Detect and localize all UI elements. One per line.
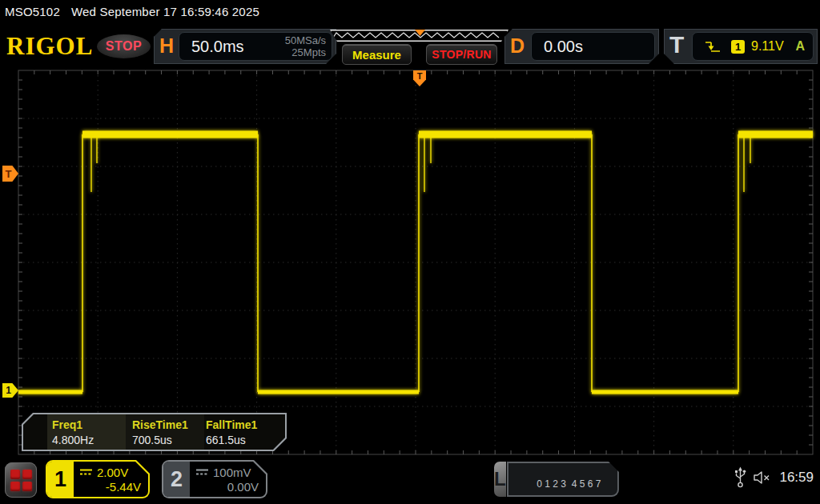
measurement-label: RiseTime1: [132, 418, 188, 431]
falling-edge-icon: [704, 40, 722, 54]
trigger-sweep-mode: A: [795, 39, 805, 54]
channel1-badge[interactable]: 1 2.00V -5.44V: [46, 460, 150, 498]
titlebar: MSO5102Wed September 17 16:59:46 2025: [5, 5, 259, 18]
measurement-value: 4.800Hz: [52, 434, 94, 446]
acquisition-status-badge: STOP: [97, 34, 151, 58]
quad-grid-icon[interactable]: [5, 462, 37, 498]
trigger-label: T: [669, 31, 684, 58]
channel2-badge[interactable]: 2 100mV 0.00V: [162, 460, 267, 498]
trigger-source-badge: 1: [731, 40, 745, 54]
measurement-value: 700.5us: [132, 434, 172, 446]
usb-icon: [734, 466, 746, 488]
measurement-value: 661.5us: [206, 434, 246, 446]
acquisition-status-label: STOP: [106, 39, 142, 54]
delay-label: D: [510, 34, 525, 58]
logic-analyzer-panel[interactable]: L 0 1 2 3 4 5 6 7 8 9 1011 12131415: [494, 462, 599, 497]
sample-rate: 50MSa/s: [285, 34, 326, 46]
channel2-scale: 100mV: [213, 466, 251, 479]
logic-channels-row1: 0 1 2 3 4 5 6 7: [537, 478, 601, 490]
dc-coupling-icon: [195, 468, 209, 476]
channel2-offset: 0.00V: [195, 480, 259, 494]
logic-label: L: [494, 462, 506, 497]
instrument-model: MSO5102: [5, 5, 60, 18]
measurement-panel[interactable]: Freq1 RiseTime1 FallTime1 4.800Hz 700.5u…: [22, 413, 287, 451]
stop-run-button[interactable]: STOP/RUN: [426, 44, 497, 65]
channel1-number: 1: [47, 462, 74, 497]
timebase-value: 50.0ms: [191, 38, 244, 56]
speaker-muted-icon: [753, 470, 773, 485]
trigger-panel[interactable]: T 1 9.11V A: [664, 29, 818, 64]
trigger-level-value: 9.11V: [751, 39, 784, 54]
horizontal-label: H: [159, 34, 174, 58]
bottom-bar: 1 2.00V -5.44V 2: [0, 458, 820, 504]
oscilloscope-screen: MSO5102Wed September 17 16:59:46 2025 RI…: [0, 0, 820, 504]
channel2-number: 2: [163, 462, 190, 497]
delay-value: 0.00s: [544, 38, 583, 56]
horizontal-panel[interactable]: H 50.0ms 50MSa/s 25Mpts: [154, 29, 336, 64]
channel1-scale: 2.00V: [97, 466, 128, 479]
measurement-label: FallTime1: [206, 418, 257, 431]
measurement-label: Freq1: [52, 418, 82, 431]
measure-button[interactable]: Measure: [342, 44, 412, 65]
delay-panel[interactable]: D 0.00s: [504, 29, 659, 64]
channel1-offset: -5.44V: [79, 480, 141, 494]
waveform-position-bar[interactable]: [330, 30, 508, 42]
datetime-text: Wed September 17 16:59:46 2025: [71, 5, 259, 18]
clock: 16:59: [779, 470, 814, 486]
rigol-logo: RIGOL: [6, 32, 93, 61]
memory-depth: 25Mpts: [291, 46, 326, 58]
dc-coupling-icon: [79, 468, 93, 476]
